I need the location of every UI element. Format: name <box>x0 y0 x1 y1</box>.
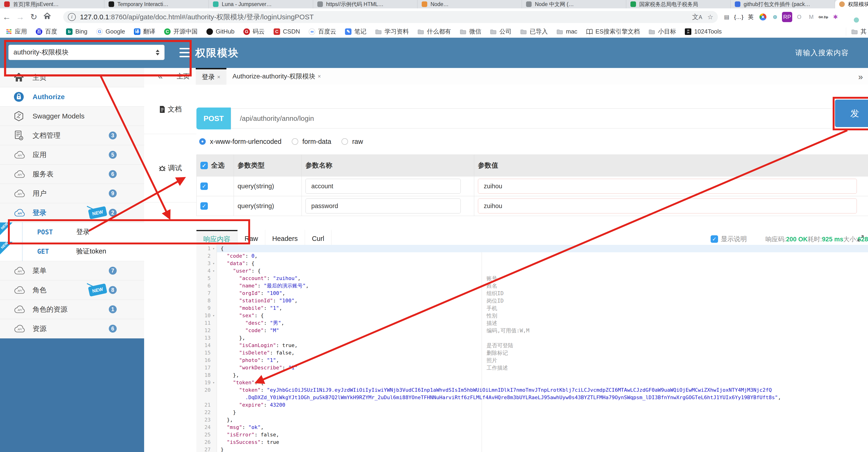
extension-icon[interactable]: ▤ <box>721 12 732 22</box>
bookmark-other-folder[interactable]: 其 <box>846 27 868 36</box>
sidebar-endpoint-post[interactable]: NEWPOST登录 <box>0 223 144 242</box>
header-search-input[interactable]: 请输入搜索内容 <box>795 48 849 58</box>
sidebar-item-菜单[interactable]: API菜单7 <box>0 261 144 280</box>
bookmark-item[interactable]: GGoogle <box>96 28 125 35</box>
radio-raw[interactable] <box>341 138 348 145</box>
bookmark-item[interactable]: CCSDN <box>274 28 300 35</box>
bookmark-item[interactable]: 应用 <box>6 27 27 36</box>
bookmark-item[interactable]: 微信 <box>460 27 481 36</box>
bookmark-item[interactable]: ∞百度云 <box>309 27 336 36</box>
bookmark-item[interactable]: G码云 <box>243 27 265 36</box>
tab-close-icon[interactable]: × <box>217 74 220 80</box>
extension-icon[interactable]: O <box>794 12 804 22</box>
param-value-input[interactable]: zuihou <box>478 199 857 214</box>
tab-document[interactable]: 文档 <box>144 85 196 134</box>
bookmark-item[interactable]: GitHub <box>207 28 235 35</box>
doc-tab-主页[interactable]: 主页 <box>170 68 196 85</box>
response-tab-Raw[interactable]: Raw <box>238 230 265 247</box>
select-all-checkbox[interactable]: ✓ <box>200 162 208 169</box>
row-checkbox[interactable]: ✓ <box>200 202 208 210</box>
browser-tab[interactable]: github打包文件插件 (pack… <box>731 0 835 8</box>
bookmark-item[interactable]: 译翻译 <box>134 27 155 36</box>
extension-icon[interactable]: ⊕ <box>770 12 780 22</box>
radio-form-data[interactable] <box>292 138 298 145</box>
select-arrows-icon <box>156 50 159 55</box>
sidebar-endpoint-get[interactable]: NEWGET验证token <box>0 242 144 261</box>
bookmark-star-icon[interactable]: ☆ <box>707 13 713 21</box>
extension-icon[interactable]: Git Zip <box>818 12 829 22</box>
browser-tab[interactable]: Node 中文网 (… <box>522 0 626 8</box>
param-name-input[interactable]: password <box>305 199 461 214</box>
code-line: 14 "isCanLogin": true, <box>196 342 868 349</box>
menu-toggle-icon[interactable] <box>180 48 190 57</box>
browser-tab[interactable]: 国家税务总局电子税务局 <box>626 0 731 8</box>
doc-tab-Authorize-authority-权限模块[interactable]: Authorize-authority-权限模块× <box>226 68 327 85</box>
extension-icon[interactable]: M <box>806 12 816 22</box>
code-area[interactable]: 1▾{2 "code": 0,3▾ "data": {4▾ "user": {5… <box>196 245 868 452</box>
param-name-input[interactable]: account <box>305 179 461 194</box>
doc-tab-登录[interactable]: 登录× <box>196 68 226 85</box>
forward-icon[interactable]: → <box>13 12 27 22</box>
tab-close-icon[interactable]: × <box>317 73 321 80</box>
extension-icon[interactable]: 英 <box>746 12 756 22</box>
back-icon[interactable]: ← <box>0 12 13 22</box>
response-tab-响应内容[interactable]: 响应内容 <box>196 230 238 247</box>
profile-avatar[interactable] <box>848 15 851 19</box>
sidebar-item-文档管理[interactable]: 文档管理3 <box>0 126 144 145</box>
response-tab-Headers[interactable]: Headers <box>265 230 305 247</box>
sidebar-item-应用[interactable]: API应用5 <box>0 145 144 165</box>
browser-tab[interactable]: Node… <box>417 0 522 8</box>
collapse-right-icon[interactable]: » <box>858 72 863 82</box>
sidebar-item-角色[interactable]: API角色NEW8 <box>0 280 144 300</box>
bookmark-item[interactable]: ✎笔记 <box>345 27 366 36</box>
bookmark-item[interactable]: 10241024Tools <box>685 28 722 35</box>
bookmark-item[interactable]: 公司 <box>490 27 512 36</box>
extension-icon[interactable]: ✱ <box>830 12 841 22</box>
bookmark-item[interactable]: ES搜索引擎文档 <box>586 27 640 36</box>
param-value-input[interactable]: zuihou <box>478 179 857 194</box>
module-select[interactable]: authority-权限模块 <box>8 45 164 60</box>
bookmark-item[interactable]: 学习资料 <box>375 27 409 36</box>
reload-icon[interactable]: ↻ <box>27 12 40 22</box>
show-description-checkbox[interactable]: ✓ <box>711 235 718 243</box>
sidebar-item-Authorize[interactable]: Authorize <box>0 87 144 107</box>
sidebar-item-用户[interactable]: API用户9 <box>0 184 144 203</box>
collapse-left-icon[interactable]: « <box>158 72 163 81</box>
browser-tab[interactable]: 权限模块× <box>835 0 868 8</box>
sidebar-item-角色的资源[interactable]: API角色的资源1 <box>0 300 144 319</box>
browser-tab-strip[interactable]: 首页|常用jsEvent… Temporary Interacti… Luna … <box>0 0 868 8</box>
translate-icon[interactable]: 文A <box>692 12 702 21</box>
fullscreen-icon[interactable] <box>857 235 864 243</box>
bookmark-item[interactable]: C开源中国 <box>164 27 197 36</box>
extension-icon[interactable]: {…} <box>734 12 744 22</box>
response-tab-Curl[interactable]: Curl <box>305 230 332 247</box>
bookmark-item[interactable]: 已导入 <box>520 27 548 36</box>
browser-tab[interactable]: Luna - Jumpserver… <box>209 0 313 8</box>
sidebar-item-登录[interactable]: API登录NEW2 <box>0 203 144 223</box>
tab-favicon <box>526 1 532 7</box>
sidebar-item-服务表[interactable]: API服务表6 <box>0 165 144 184</box>
home-icon[interactable] <box>40 12 54 22</box>
extension-icon[interactable]: RP <box>782 12 792 22</box>
bookmark-item[interactable]: 小目标 <box>649 27 676 36</box>
row-checkbox[interactable]: ✓ <box>200 182 208 190</box>
bookmark-item[interactable]: bBing <box>66 28 87 35</box>
radio-x-www-form-urlencoded[interactable] <box>199 138 206 145</box>
browser-tab[interactable]: 首页|常用jsEvent… <box>0 0 104 8</box>
extension-icon[interactable] <box>758 12 768 22</box>
bookmark-item[interactable]: 什么都有 <box>417 27 451 36</box>
send-button[interactable]: 发 <box>835 100 868 127</box>
sidebar-item-资源[interactable]: API资源6 <box>0 319 144 338</box>
bookmark-item[interactable]: mac <box>557 28 577 35</box>
address-input[interactable]: i 127.0.0.1:8760/api/gate/doc.html#/auth… <box>63 11 718 23</box>
site-info-icon[interactable]: i <box>68 13 76 21</box>
code-line: 22 } <box>196 409 868 416</box>
sidebar-item-主页[interactable]: 主页 <box>0 68 144 87</box>
browser-tab[interactable]: https//示例代码 HTML… <box>313 0 417 8</box>
bookmark-item[interactable]: 百百度 <box>36 27 57 36</box>
tab-debug[interactable]: 调试 <box>144 134 196 202</box>
code-line: 18 }, <box>196 371 868 379</box>
browser-tab[interactable]: Temporary Interacti… <box>104 0 209 8</box>
sidebar-item-Swagger Models[interactable]: Swagger Models <box>0 107 144 126</box>
show-description-toggle[interactable]: ✓ 显示说明 <box>711 235 747 244</box>
